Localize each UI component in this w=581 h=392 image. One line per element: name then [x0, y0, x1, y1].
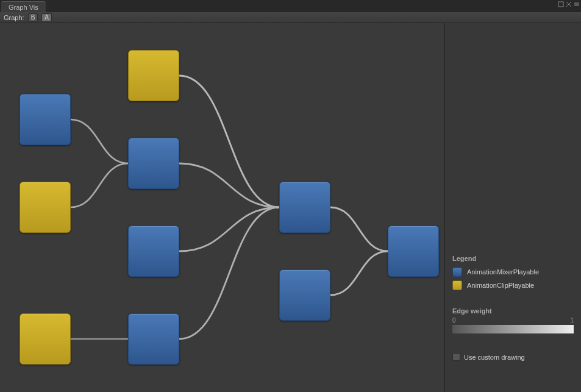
- tab-label: Graph Vis: [9, 4, 38, 11]
- legend-item: AnimationClipPlayable: [452, 280, 574, 290]
- graph-node[interactable]: [279, 269, 330, 321]
- toolbar-button-a[interactable]: A: [41, 13, 52, 22]
- content: Legend AnimationMixerPlayableAnimationCl…: [0, 23, 581, 392]
- graph-edge: [179, 163, 279, 207]
- legend-label: AnimationMixerPlayable: [467, 268, 539, 276]
- minimize-icon[interactable]: [558, 1, 564, 7]
- edge-weight-gradient: [452, 325, 574, 333]
- graph-node[interactable]: [128, 50, 179, 101]
- graph-node[interactable]: [128, 138, 179, 189]
- legend-label: AnimationClipPlayable: [467, 282, 534, 289]
- menu-icon[interactable]: [574, 1, 580, 7]
- side-panel: Legend AnimationMixerPlayableAnimationCl…: [445, 23, 581, 392]
- close-icon[interactable]: [566, 1, 572, 7]
- graph-edge: [330, 251, 388, 295]
- graph-node[interactable]: [279, 182, 330, 233]
- use-custom-drawing-label: Use custom drawing: [464, 354, 525, 361]
- graph-node[interactable]: [388, 226, 439, 277]
- edge-weight-max: 1: [570, 317, 574, 324]
- graph-node[interactable]: [128, 226, 179, 277]
- graph-edge: [330, 207, 388, 251]
- graph-node[interactable]: [128, 313, 179, 365]
- edge-weight-min: 0: [452, 317, 456, 324]
- graph-node[interactable]: [20, 313, 71, 365]
- graph-edge: [71, 163, 128, 207]
- graph-node[interactable]: [20, 182, 71, 233]
- use-custom-drawing-checkbox[interactable]: [452, 353, 460, 361]
- graph-edge: [71, 119, 128, 163]
- graph-edge: [179, 207, 279, 251]
- legend-title: Legend: [452, 255, 574, 262]
- edge-weight-scale: 0 1: [452, 317, 574, 324]
- legend-swatch: [452, 280, 462, 290]
- graph-canvas[interactable]: [0, 23, 445, 392]
- window-topbar: Graph Vis: [0, 0, 581, 12]
- toolbar-button-b[interactable]: B: [28, 13, 38, 22]
- graph-edge: [179, 207, 279, 339]
- svg-rect-0: [558, 2, 563, 7]
- use-custom-drawing-row[interactable]: Use custom drawing: [452, 353, 574, 361]
- window-controls: [558, 1, 580, 7]
- toolbar-graph-label: Graph:: [4, 14, 24, 21]
- legend-swatch: [452, 267, 462, 277]
- graph-edge: [179, 76, 279, 207]
- tab-graph-vis[interactable]: Graph Vis: [1, 1, 46, 12]
- legend-item: AnimationMixerPlayable: [452, 267, 574, 277]
- toolbar: Graph: B A: [0, 12, 581, 23]
- edge-weight-title: Edge weight: [452, 307, 574, 315]
- graph-node[interactable]: [20, 94, 71, 145]
